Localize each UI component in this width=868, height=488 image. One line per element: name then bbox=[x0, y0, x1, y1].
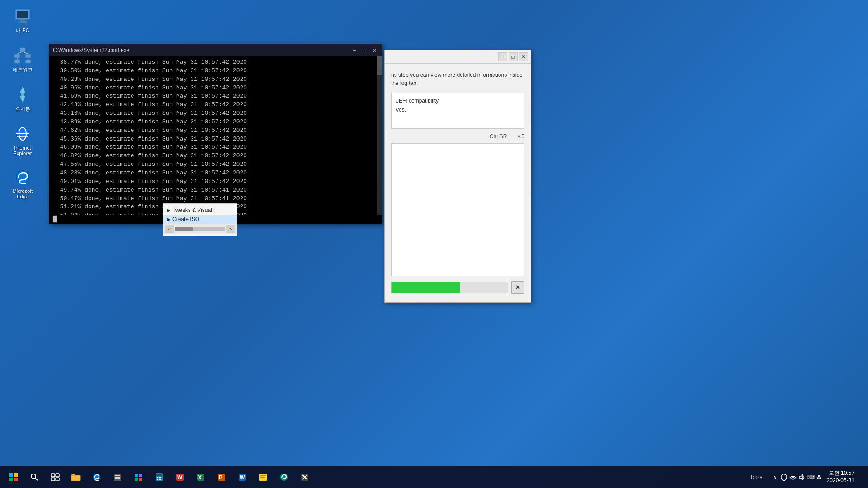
right-panel-controls: ─ □ ✕ bbox=[498, 52, 528, 61]
tree-scroll-track[interactable] bbox=[175, 227, 225, 231]
this-pc-img bbox=[13, 6, 32, 25]
language-indicator[interactable]: A bbox=[816, 474, 821, 481]
svg-rect-25 bbox=[9, 478, 13, 481]
right-panel-content: ns step you can view more detailed infor… bbox=[385, 64, 531, 302]
log-output-box bbox=[391, 143, 524, 276]
settings-taskbar[interactable] bbox=[108, 467, 127, 487]
office-taskbar[interactable]: W bbox=[170, 467, 190, 487]
svg-line-8 bbox=[23, 52, 28, 54]
progress-bar-container bbox=[391, 282, 508, 293]
network-label: 네트워크 bbox=[13, 66, 33, 73]
cmd-window: C:\Windows\System32\cmd.exe ─ □ ✕ 38.77%… bbox=[49, 43, 382, 224]
taskbar-right-area: Tools ∧ bbox=[750, 470, 864, 484]
right-panel-window: ─ □ ✕ ns step you can view more detailed… bbox=[384, 50, 531, 303]
svg-rect-6 bbox=[25, 54, 31, 58]
tree-icon-tweaks: ▶ bbox=[167, 207, 170, 213]
svg-rect-9 bbox=[14, 60, 20, 63]
edge2-taskbar[interactable] bbox=[274, 467, 294, 487]
svg-point-48 bbox=[157, 479, 158, 480]
tree-icon-createiso: ▶ bbox=[167, 216, 170, 222]
uefi-info: JEFI compatibility. bbox=[396, 98, 519, 104]
cmd-scrollbar-thumb[interactable] bbox=[377, 56, 382, 75]
svg-line-7 bbox=[17, 52, 23, 54]
this-pc-label: 내 PC bbox=[16, 27, 29, 34]
network-tray-icon[interactable] bbox=[789, 474, 797, 481]
svg-point-49 bbox=[159, 479, 160, 480]
clock-time: 오전 10:57 bbox=[827, 470, 854, 477]
svg-point-27 bbox=[31, 474, 36, 479]
tree-nav-right[interactable]: > bbox=[226, 225, 235, 233]
svg-rect-61 bbox=[260, 477, 265, 478]
volume-tray-icon[interactable] bbox=[798, 474, 806, 481]
ppt-taskbar[interactable]: P bbox=[212, 467, 231, 487]
svg-text:W: W bbox=[240, 474, 245, 481]
right-panel-maximize-button[interactable]: □ bbox=[509, 52, 518, 61]
snipping-taskbar[interactable] bbox=[295, 467, 315, 487]
tree-label-createiso: Create ISO bbox=[172, 216, 199, 222]
svg-rect-10 bbox=[25, 60, 31, 63]
word-taskbar[interactable]: W bbox=[232, 467, 252, 487]
ie-img bbox=[13, 124, 32, 143]
ie-icon[interactable]: Internet Explorer bbox=[5, 122, 41, 158]
chevron-up-tray-icon[interactable]: ∧ bbox=[771, 474, 778, 481]
clock-date: 2020-05-31 bbox=[827, 477, 854, 484]
system-clock[interactable]: 오전 10:57 2020-05-31 bbox=[827, 470, 854, 484]
tree-scroll-thumb bbox=[175, 227, 193, 231]
credit-line: ChriSR v.5 bbox=[391, 133, 524, 140]
ie-label: Internet Explorer bbox=[6, 145, 39, 156]
task-view-button[interactable] bbox=[45, 467, 65, 487]
cmd-minimize-button[interactable]: ─ bbox=[350, 46, 359, 54]
svg-rect-62 bbox=[260, 479, 264, 479]
right-panel-minimize-button[interactable]: ─ bbox=[498, 52, 507, 61]
excel-taskbar[interactable]: X bbox=[191, 467, 211, 487]
cmd-output: 38.77% done, estimate finish Sun May 31 … bbox=[53, 58, 378, 215]
cancel-button[interactable]: ✕ bbox=[511, 281, 524, 294]
cmd-content-area: 38.77% done, estimate finish Sun May 31 … bbox=[49, 56, 382, 215]
svg-rect-23 bbox=[9, 473, 13, 477]
edge-taskbar[interactable] bbox=[87, 467, 107, 487]
svg-rect-5 bbox=[14, 54, 20, 58]
tree-item-tweaks[interactable]: ▶ Tweaks & Visual [ bbox=[163, 206, 237, 215]
recycle-icon[interactable]: 휴지통 bbox=[5, 83, 41, 114]
calc-taskbar[interactable] bbox=[149, 467, 169, 487]
svg-rect-24 bbox=[14, 473, 18, 477]
sticky-taskbar[interactable] bbox=[253, 467, 273, 487]
cmd-titlebar: C:\Windows\System32\cmd.exe ─ □ ✕ bbox=[49, 44, 382, 56]
tree-navigation: < > bbox=[163, 224, 237, 234]
show-desktop-button[interactable] bbox=[860, 474, 864, 481]
drives-info: ves. bbox=[396, 107, 519, 113]
start-button[interactable] bbox=[4, 467, 24, 487]
this-pc-icon[interactable]: 내 PC bbox=[5, 5, 41, 36]
svg-rect-2 bbox=[20, 19, 25, 21]
svg-line-28 bbox=[35, 478, 38, 480]
credit-version: v.5 bbox=[518, 133, 524, 140]
file-explorer-taskbar[interactable] bbox=[66, 467, 86, 487]
svg-marker-68 bbox=[799, 474, 803, 480]
tree-item-createiso[interactable]: ▶ Create ISO bbox=[163, 215, 237, 224]
svg-rect-4 bbox=[20, 48, 25, 52]
svg-point-45 bbox=[157, 477, 158, 478]
svg-text:P: P bbox=[219, 474, 222, 481]
svg-rect-44 bbox=[156, 474, 162, 476]
svg-rect-42 bbox=[139, 478, 142, 481]
keyboard-tray-icon[interactable]: ⌨ bbox=[807, 474, 815, 481]
cmd-close-button[interactable]: ✕ bbox=[370, 46, 378, 54]
cmd-cursor: █ bbox=[53, 216, 57, 222]
network-icon[interactable]: 네트워크 bbox=[5, 44, 41, 75]
edge-icon[interactable]: Microsoft Edge bbox=[5, 166, 41, 201]
tree-nav-left[interactable]: < bbox=[165, 225, 174, 233]
tree-label-tweaks: Tweaks & Visual [ bbox=[172, 207, 215, 213]
credit-author: ChriSR bbox=[490, 133, 507, 140]
cmd-maximize-button[interactable]: □ bbox=[360, 46, 368, 54]
svg-rect-29 bbox=[51, 474, 55, 477]
shield-tray-icon[interactable] bbox=[780, 474, 788, 481]
svg-point-47 bbox=[160, 477, 161, 478]
svg-rect-30 bbox=[56, 474, 59, 477]
cmd-scrollbar[interactable] bbox=[377, 56, 382, 215]
right-panel-close-button[interactable]: ✕ bbox=[519, 52, 528, 61]
svg-rect-1 bbox=[17, 11, 28, 18]
progress-area: ✕ bbox=[391, 281, 524, 294]
network-img bbox=[13, 46, 32, 65]
store-taskbar[interactable] bbox=[128, 467, 148, 487]
search-button[interactable] bbox=[24, 467, 44, 487]
